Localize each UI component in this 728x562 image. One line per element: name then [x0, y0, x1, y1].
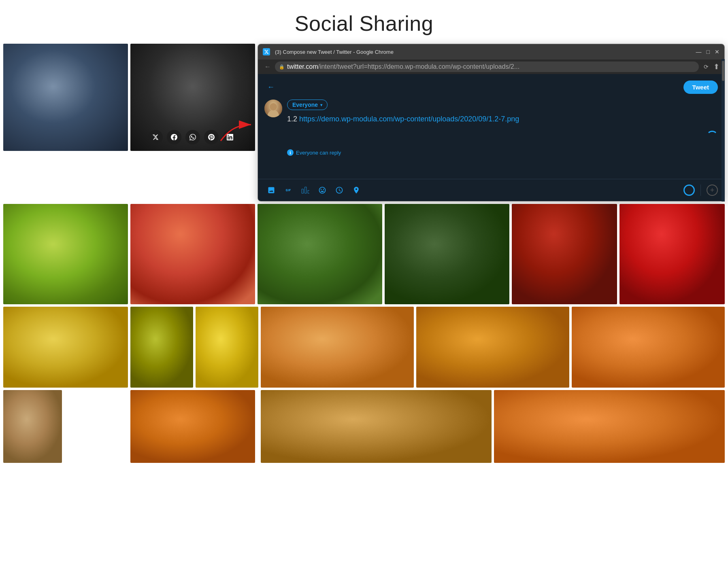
page-title: Social Sharing: [0, 0, 728, 44]
browser-back-button[interactable]: ←: [263, 62, 272, 72]
gallery-cell-apricot2: [416, 307, 569, 388]
gallery-cell-orange-citrus2: [494, 390, 725, 463]
close-button[interactable]: ✕: [715, 49, 719, 55]
tweet-text-input[interactable]: 1.2 https://demo.wp-modula.com/wp-conten…: [287, 114, 718, 124]
whatsapp-share-icon[interactable]: [185, 130, 200, 144]
tweet-compose-area: ← Tweet: [258, 74, 724, 179]
gallery-cell-dark-blueberry: [130, 44, 255, 151]
refresh-icon[interactable]: ⟳: [704, 64, 709, 70]
poll-icon[interactable]: [298, 183, 312, 197]
gallery-cell-orange-big: [130, 390, 255, 463]
avatar-face: [264, 100, 282, 117]
maximize-button[interactable]: □: [707, 49, 710, 55]
gallery-cell-strawberry: [619, 204, 725, 304]
tweet-avatar: [264, 100, 282, 117]
browser-window: (3) Compose new Tweet / Twitter - Google…: [258, 44, 725, 201]
gif-icon[interactable]: [281, 183, 295, 197]
toolbar-divider: [700, 185, 701, 196]
gallery-cell-watermelon: [258, 204, 382, 304]
gallery-cell-dark-watermelon: [385, 204, 509, 304]
gallery-cell-blueberry: [3, 44, 128, 151]
character-counter: [683, 185, 695, 196]
gallery-cell-small-citrus: [130, 307, 193, 388]
linkedin-share-icon[interactable]: [223, 130, 237, 144]
browser-titlebar: (3) Compose new Tweet / Twitter - Google…: [258, 44, 724, 59]
tweet-back-button[interactable]: ←: [264, 81, 277, 94]
bottom-right-top-row: [261, 307, 725, 388]
loading-spinner: [707, 131, 718, 142]
tweet-content: Everyone ▾ 1.2 https://demo.wp-modula.co…: [287, 100, 718, 172]
facebook-share-icon[interactable]: [167, 130, 181, 144]
browser-window-container: (3) Compose new Tweet / Twitter - Google…: [258, 44, 725, 201]
gallery-cell-yellow-lemon-top: [196, 307, 258, 388]
browser-addressbar: ← 🔒 twitter.com/intent/tweet?url=https:/…: [258, 59, 724, 74]
browser-menu-icon[interactable]: ⬆: [713, 62, 719, 71]
info-icon: ℹ: [287, 149, 294, 156]
address-text: twitter.com/intent/tweet?url=https://dem…: [287, 63, 519, 70]
svg-point-1: [268, 110, 279, 117]
reply-info-text: Everyone can reply: [296, 150, 341, 156]
browser-scrollbar[interactable]: [722, 59, 725, 201]
gallery-cell-orange-small: [572, 307, 725, 388]
gallery-cell-apricot3: [261, 390, 492, 463]
chevron-down-icon: ▾: [320, 103, 322, 107]
bottom-middle-stack: [130, 307, 258, 463]
pinterest-share-icon[interactable]: [204, 130, 219, 144]
bottom-gallery-row: [3, 307, 725, 463]
share-icons-overlay: [148, 130, 237, 144]
emoji-icon[interactable]: [315, 183, 329, 197]
address-path: /intent/tweet?url=https://demo.wp-modula…: [318, 63, 519, 70]
image-upload-icon[interactable]: [264, 183, 278, 197]
audience-label: Everyone: [292, 102, 318, 108]
tweet-link[interactable]: https://demo.wp-modula.com/wp-content/up…: [299, 115, 519, 123]
tweet-submit-button[interactable]: Tweet: [683, 81, 718, 94]
right-fruit-stack: [512, 204, 725, 304]
gallery-cell-tan-round: [3, 390, 62, 463]
tweet-header: ← Tweet: [264, 81, 718, 94]
tweet-number: 1.2: [287, 115, 297, 123]
svg-point-2: [270, 103, 277, 110]
tweet-reply-info: ℹ Everyone can reply: [287, 149, 718, 156]
add-tweet-button[interactable]: +: [707, 185, 718, 196]
lock-icon: 🔒: [279, 64, 285, 70]
bottom-right-stack: [261, 307, 725, 463]
twitter-browser-icon: [263, 48, 270, 55]
browser-window-controls: — □ ✕: [696, 49, 719, 55]
tweet-toolbar: +: [258, 179, 724, 201]
minimize-button[interactable]: —: [696, 49, 702, 55]
tweet-body: Everyone ▾ 1.2 https://demo.wp-modula.co…: [264, 100, 718, 172]
audience-pill[interactable]: Everyone ▾: [287, 100, 328, 110]
address-bar[interactable]: 🔒 twitter.com/intent/tweet?url=https://d…: [275, 62, 699, 72]
cherry-strawberry-row: [512, 204, 725, 304]
gallery-cell-apricot1: [261, 307, 414, 388]
gallery-cell-lemon-big: [3, 307, 128, 388]
gallery-cell-lime: [3, 204, 128, 304]
bottom-right-bottom-row: [261, 390, 725, 463]
address-domain: twitter.com: [287, 63, 318, 70]
bottom-left-stack: [3, 307, 128, 463]
middle-gallery-row: [3, 204, 725, 304]
gallery-cell-cherry: [512, 204, 617, 304]
scrollbar-thumb[interactable]: [722, 61, 724, 81]
gallery-cell-apple: [130, 204, 255, 304]
schedule-icon[interactable]: [332, 183, 346, 197]
twitter-share-icon[interactable]: [148, 130, 163, 144]
browser-title-text: (3) Compose new Tweet / Twitter - Google…: [275, 49, 693, 55]
location-icon[interactable]: [349, 183, 363, 197]
small-citrus-row: [130, 307, 258, 388]
